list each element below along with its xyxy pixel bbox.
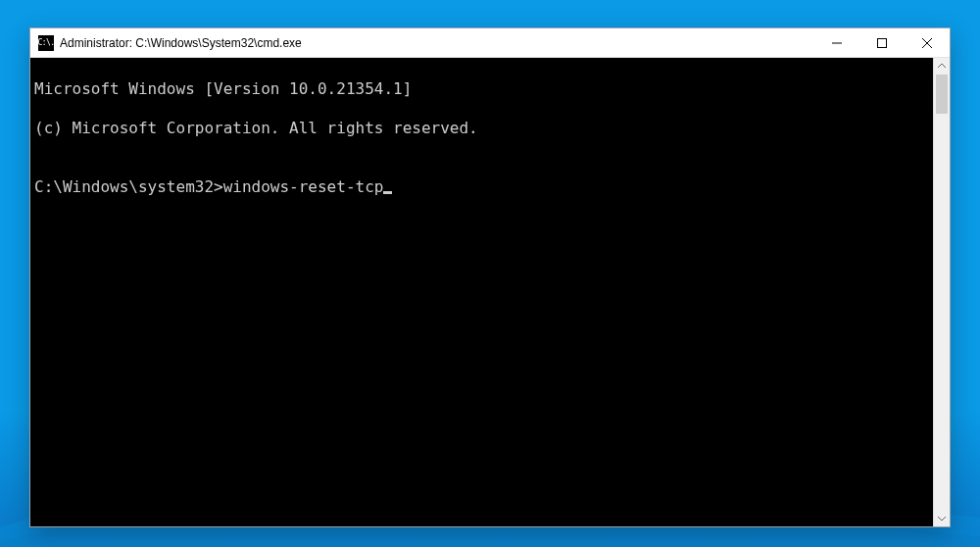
banner-line: (c) Microsoft Corporation. All rights re…: [34, 119, 929, 138]
maximize-button[interactable]: [859, 28, 905, 58]
banner-line: Microsoft Windows [Version 10.0.21354.1]: [34, 79, 929, 99]
minimize-icon: [832, 38, 842, 48]
prompt-line[interactable]: C:\Windows\system32>windows-reset-tcp: [34, 177, 929, 197]
maximize-icon: [877, 38, 887, 48]
cmd-window: C:\. Administrator: C:\Windows\System32\…: [29, 27, 951, 527]
close-icon: [922, 38, 932, 48]
prompt-path: C:\Windows\system32>: [34, 177, 223, 196]
close-button[interactable]: [905, 28, 950, 58]
window-controls: [814, 28, 950, 58]
window-client-area: Microsoft Windows [Version 10.0.21354.1]…: [30, 58, 950, 526]
scroll-down-button[interactable]: [934, 510, 950, 526]
cmd-icon: C:\.: [38, 35, 54, 51]
chevron-down-icon: [938, 516, 946, 521]
scroll-track[interactable]: [934, 75, 950, 510]
window-title: Administrator: C:\Windows\System32\cmd.e…: [60, 36, 302, 50]
terminal-output[interactable]: Microsoft Windows [Version 10.0.21354.1]…: [30, 58, 933, 526]
chevron-up-icon: [938, 64, 946, 69]
text-cursor: [383, 191, 392, 194]
minimize-button[interactable]: [814, 28, 859, 58]
svg-rect-3: [878, 39, 887, 48]
scroll-up-button[interactable]: [934, 58, 950, 75]
titlebar[interactable]: C:\. Administrator: C:\Windows\System32\…: [30, 28, 950, 58]
vertical-scrollbar[interactable]: [933, 58, 950, 526]
typed-command: windows-reset-tcp: [223, 177, 384, 196]
scroll-thumb[interactable]: [936, 75, 948, 114]
